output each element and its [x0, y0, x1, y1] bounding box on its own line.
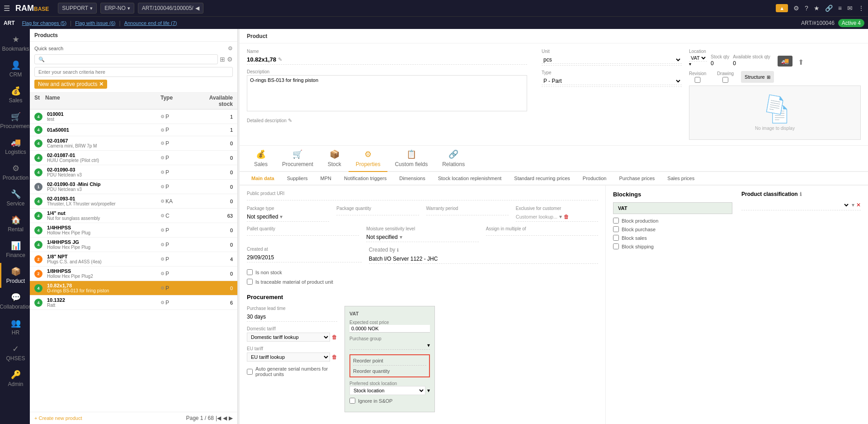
non-stock-checkbox[interactable]: [247, 269, 253, 275]
sidebar-item-sales[interactable]: 💰 Sales: [0, 82, 30, 107]
sidebar-item-production[interactable]: ⚙ Production: [0, 160, 30, 185]
dom-tariff-delete-icon[interactable]: 🗑: [332, 334, 337, 340]
mail-icon[interactable]: ✉: [847, 5, 853, 12]
subtab-sales[interactable]: Sales prices: [661, 172, 701, 186]
filter-criteria-input[interactable]: [34, 67, 233, 77]
add-product-button[interactable]: + Create new product: [34, 415, 82, 421]
list-item[interactable]: 4 02-01090-03 PDU Netclean v3 ⚙ P 0: [30, 165, 237, 180]
alert-button[interactable]: ▲: [776, 4, 788, 12]
menu-icon[interactable]: ☰: [4, 4, 10, 13]
sidebar-item-qhses[interactable]: ✓ QHSES: [0, 340, 30, 365]
stock-location-select[interactable]: Stock location: [349, 386, 425, 395]
sidebar-item-hr[interactable]: 👥 HR: [0, 314, 30, 339]
subtab-stocklocation[interactable]: Stock location replenishment: [432, 172, 508, 186]
unit-select[interactable]: pcs: [542, 56, 682, 64]
list-item[interactable]: 4 1/4HHPSS JG Hollow Hex Pipe Plug ⚙ P 0: [30, 238, 237, 252]
tab-sales[interactable]: 💰 Sales: [247, 146, 275, 172]
tab-custom[interactable]: 📋 Custom fields: [387, 146, 435, 172]
erp-dropdown[interactable]: ERP-NO ▾: [100, 3, 134, 14]
sidebar-item-service[interactable]: 🔧 Service: [0, 186, 30, 210]
list-item[interactable]: 4 02-01067 Camera mini, BRW 7p M ⚙ P 0: [30, 136, 237, 151]
subtab-dimensions[interactable]: Dimensions: [393, 172, 431, 186]
list-item[interactable]: 4 02-01093-01 Thruster, LX Thruster wo/p…: [30, 194, 237, 209]
list-item[interactable]: 2 1/8" NPT Plugs C.S. and A4SS (4ea) ⚙ P…: [30, 252, 237, 267]
traceable-checkbox[interactable]: [247, 279, 253, 285]
tab-properties[interactable]: ⚙ Properties: [349, 146, 388, 172]
exclusive-dropdown-icon[interactable]: ▾: [559, 214, 562, 220]
list-item[interactable]: 4 02-01087-01 HUIU Complete (Pilot ctrl)…: [30, 151, 237, 165]
subtab-production[interactable]: Production: [576, 172, 613, 186]
revision-checkbox[interactable]: [689, 77, 706, 83]
name-edit-icon[interactable]: ✎: [278, 57, 282, 62]
subtab-suppliers[interactable]: Suppliers: [281, 172, 314, 186]
auto-serial-checkbox[interactable]: [247, 369, 253, 375]
prev-page-icon[interactable]: ◀: [223, 415, 227, 421]
detailed-desc-edit-icon[interactable]: ✎: [288, 118, 292, 123]
purchase-group-dropdown[interactable]: ▾: [427, 342, 430, 348]
list-item[interactable]: 4 010001 test ⚙ P 1: [30, 110, 237, 124]
active-filter-badge[interactable]: New and active products ✕: [34, 80, 107, 89]
flag-changes[interactable]: Flag for changes (5): [22, 20, 66, 26]
sidebar-item-rental[interactable]: 🏠 Rental: [0, 211, 30, 236]
flag-issue[interactable]: Flag with issue (6): [75, 20, 115, 26]
sidebar-item-admin[interactable]: 🔑 Admin: [0, 366, 30, 391]
sidebar-item-logistics[interactable]: 🚚 Logistics: [0, 134, 30, 159]
description-input[interactable]: O-rings BS-013 for firing piston: [247, 75, 527, 111]
subtab-mpn[interactable]: MPN: [314, 172, 338, 186]
truck-icon-btn[interactable]: 🚚: [778, 56, 793, 67]
sidebar-item-finance[interactable]: 📊 Finance: [0, 237, 30, 262]
settings-icon[interactable]: ⚙: [793, 5, 799, 12]
class-select[interactable]: [741, 202, 850, 208]
support-dropdown[interactable]: SUPPORT ▾: [58, 3, 97, 14]
list-item[interactable]: 4 10.1322 Ratt ⚙ P 6: [30, 295, 237, 310]
structure-btn[interactable]: Structure ⊞: [741, 71, 774, 83]
announce-end[interactable]: Announce end of life (7): [124, 20, 177, 26]
help-icon[interactable]: ?: [805, 5, 808, 12]
ignore-snop-checkbox[interactable]: [349, 398, 355, 404]
class-dropdown-icon[interactable]: ▾: [852, 202, 854, 208]
list-item[interactable]: 4 10.82x1,78 O-rings BS-013 for firing p…: [30, 281, 237, 295]
filter-icon[interactable]: ⊞: [220, 56, 225, 63]
block-purchase-checkbox[interactable]: [613, 226, 619, 232]
filter-settings-icon[interactable]: ⚙: [228, 45, 233, 52]
block-shipping-checkbox[interactable]: [613, 243, 619, 249]
list-item[interactable]: 4 1/4HHPSS Hollow Hex Pipe Plug ⚙ P 0: [30, 223, 237, 238]
stock-location-dropdown[interactable]: ▾: [427, 387, 430, 394]
subtab-notification[interactable]: Notification triggers: [338, 172, 393, 186]
upload-icon-btn[interactable]: ⬆: [798, 58, 804, 67]
search-input[interactable]: [34, 54, 218, 64]
tab-procurement[interactable]: 🛒 Procurement: [275, 146, 321, 172]
sidebar-item-procurement[interactable]: 🛒 Procurement: [0, 108, 30, 133]
eu-tariff-select[interactable]: EU tariff lookup: [247, 353, 330, 362]
list-item[interactable]: 4 01a50001 ⚙ P 1: [30, 124, 237, 136]
drawing-checkbox[interactable]: [717, 77, 734, 83]
list-item[interactable]: 4 1/4" nut Nut for sunglass assembly ⚙ C…: [30, 209, 237, 223]
first-page-icon[interactable]: |◀: [216, 415, 221, 421]
block-production-checkbox[interactable]: [613, 218, 619, 224]
more-icon[interactable]: ⋮: [858, 5, 864, 12]
subtab-maindata[interactable]: Main data: [245, 172, 281, 186]
sidebar-item-collaboration[interactable]: 💬 Collaboration: [0, 289, 30, 314]
type-select[interactable]: P - Part: [542, 77, 682, 85]
location-select[interactable]: VAT: [689, 55, 707, 62]
breadcrumb[interactable]: ART/100046/100005/ ◀: [138, 3, 203, 14]
filter-close-icon[interactable]: ✕: [99, 81, 104, 87]
subtab-purchase[interactable]: Purchase prices: [613, 172, 661, 186]
sidebar-item-bookmarks[interactable]: ★ Bookmarks: [0, 31, 30, 56]
eu-tariff-delete-icon[interactable]: 🗑: [332, 354, 337, 360]
dom-tariff-select[interactable]: Domestic tariff lookup: [247, 333, 330, 342]
class-delete-icon[interactable]: ✕: [856, 202, 861, 208]
list-icon[interactable]: ≡: [838, 5, 842, 12]
config-icon[interactable]: ⚙: [227, 56, 233, 63]
package-type-dropdown-icon[interactable]: ▾: [280, 214, 283, 220]
cost-price-input[interactable]: [349, 325, 430, 333]
tab-stock[interactable]: 📦 Stock: [321, 146, 349, 172]
tab-relations[interactable]: 🔗 Relations: [435, 146, 472, 172]
list-item[interactable]: 1 02-01090-03 -Mini Chip PDU Netclean v3…: [30, 180, 237, 194]
moisture-dropdown-icon[interactable]: ▾: [400, 234, 402, 240]
block-sales-checkbox[interactable]: [613, 235, 619, 241]
sidebar-item-product[interactable]: 📦 Product: [0, 263, 30, 288]
list-item[interactable]: 2 1/8HHPSS Hollow Hex Pipe Plug2 ⚙ P 0: [30, 267, 237, 281]
link-icon[interactable]: 🔗: [825, 5, 833, 12]
subtab-recurring[interactable]: Standard recurring prices: [508, 172, 576, 186]
